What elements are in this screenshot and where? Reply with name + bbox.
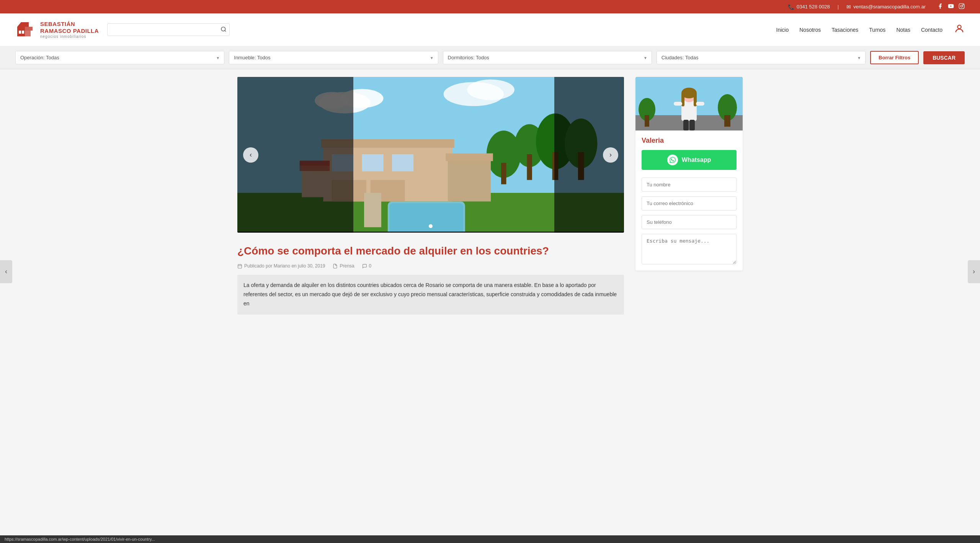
email-icon: ✉ — [846, 4, 851, 10]
instagram-icon[interactable] — [959, 3, 965, 10]
operacion-filter[interactable]: Operación: Todas — [15, 51, 224, 64]
phone-icon: 📞 — [788, 4, 794, 10]
agent-photo — [635, 77, 743, 130]
article-area: ‹ › ¿Cómo se comporta el mercado de alqu… — [237, 77, 624, 315]
svg-rect-60 — [689, 120, 695, 130]
search-filter-button[interactable]: BUSCAR — [923, 51, 965, 64]
svg-marker-4 — [17, 22, 29, 27]
svg-rect-0 — [959, 3, 964, 8]
youtube-icon[interactable] — [948, 3, 954, 10]
nav-nosotros[interactable]: Nosotros — [799, 27, 821, 33]
svg-line-10 — [225, 30, 226, 31]
contact-form — [642, 178, 737, 264]
slider-next-button[interactable]: › — [603, 147, 618, 163]
nav-notas[interactable]: Notas — [896, 27, 910, 33]
category-label: Prensa — [340, 263, 354, 269]
email-item: ✉ ventas@sramascopadilla.com.ar — [846, 4, 926, 10]
main-content: ‹ › ¿Cómo se comporta el mercado de alqu… — [222, 69, 758, 322]
search-bar[interactable] — [107, 23, 230, 36]
svg-rect-28 — [389, 203, 463, 232]
svg-rect-21 — [527, 154, 532, 180]
slider-dot-1[interactable] — [429, 224, 433, 228]
phone-item: 📞 0341 528 0028 — [788, 4, 830, 10]
slider-prev-button[interactable]: ‹ — [243, 147, 258, 163]
email-address: ventas@sramascopadilla.com.ar — [853, 4, 926, 10]
side-nav-left-arrow[interactable]: ‹ — [0, 260, 12, 283]
brand-name-line1: SEBASTIÁN — [40, 21, 99, 28]
svg-rect-19 — [501, 163, 506, 184]
form-email-input[interactable] — [642, 196, 737, 210]
form-phone-input[interactable] — [642, 215, 737, 229]
svg-rect-8 — [22, 31, 24, 34]
facebook-icon[interactable] — [937, 3, 943, 10]
logo-text: SEBASTIÁN RAMASCO PADILLA negocios inmob… — [40, 21, 99, 39]
svg-point-17 — [467, 80, 514, 100]
article-body: La oferta y demanda de alquiler en los d… — [237, 275, 624, 314]
property-slider: ‹ › — [237, 77, 624, 233]
svg-rect-40 — [446, 153, 493, 161]
svg-rect-49 — [645, 115, 649, 127]
svg-point-9 — [221, 27, 225, 31]
nav-inicio[interactable]: Inicio — [776, 27, 789, 33]
form-name-input[interactable] — [642, 178, 737, 192]
user-icon[interactable] — [954, 23, 965, 36]
article-text: La oferta y demanda de alquiler en los d… — [243, 281, 618, 308]
filter-bar: Operación: Todas Inmueble: Todos Dormito… — [0, 46, 980, 69]
brand-name-line2: RAMASCO PADILLA — [40, 28, 99, 34]
ciudades-select[interactable]: Ciudades: Todas — [657, 51, 866, 64]
svg-point-1 — [960, 5, 962, 7]
svg-rect-7 — [19, 31, 21, 34]
top-bar: 📞 0341 528 0028 | ✉ ventas@sramascopadil… — [0, 0, 980, 13]
agent-info: Valeria Whatsapp — [635, 130, 743, 271]
ciudades-filter[interactable]: Ciudades: Todas — [657, 51, 866, 64]
nav-tasaciones[interactable]: Tasaciones — [831, 27, 858, 33]
svg-marker-6 — [25, 27, 33, 31]
svg-rect-59 — [683, 120, 689, 130]
meta-comments: 0 — [362, 263, 372, 269]
article-meta: Publicado por Mariano en julio 30, 2019 … — [237, 263, 624, 269]
side-nav-right-arrow[interactable]: › — [968, 260, 980, 283]
svg-rect-42 — [238, 264, 242, 268]
nav-turnos[interactable]: Turnos — [869, 27, 885, 33]
whatsapp-button[interactable]: Whatsapp — [642, 150, 737, 170]
svg-rect-33 — [392, 154, 413, 171]
meta-category: Prensa — [333, 263, 354, 269]
divider: | — [838, 4, 839, 10]
slider-dots — [429, 224, 433, 228]
whatsapp-icon — [667, 155, 678, 165]
sidebar: Valeria Whatsapp — [635, 77, 743, 315]
logo-area: SEBASTIÁN RAMASCO PADILLA negocios inmob… — [15, 19, 100, 40]
svg-rect-58 — [696, 102, 704, 106]
svg-rect-41 — [364, 193, 381, 227]
inmueble-filter[interactable]: Inmueble: Todos — [229, 51, 438, 64]
main-nav: Inicio Nosotros Tasaciones Turnos Notas … — [776, 27, 942, 33]
svg-rect-57 — [674, 102, 682, 106]
svg-rect-5 — [25, 31, 31, 36]
nav-contacto[interactable]: Contacto — [921, 27, 942, 33]
publish-date: Publicado por Mariano en julio 30, 2019 — [244, 263, 325, 269]
svg-rect-32 — [362, 154, 383, 171]
meta-published: Publicado por Mariano en julio 30, 2019 — [237, 263, 325, 269]
brand-sub: negocios inmobiliarios — [40, 34, 99, 39]
article-title: ¿Cómo se comporta el mercado de alquiler… — [237, 244, 624, 258]
svg-rect-39 — [448, 158, 491, 201]
phone-number: 0341 528 0028 — [797, 4, 830, 10]
whatsapp-label: Whatsapp — [682, 157, 711, 163]
svg-point-2 — [963, 5, 963, 5]
search-button[interactable] — [220, 26, 227, 33]
inmueble-select[interactable]: Inmueble: Todos — [229, 51, 438, 64]
header: SEBASTIÁN RAMASCO PADILLA negocios inmob… — [0, 13, 980, 46]
comments-count: 0 — [369, 263, 372, 269]
social-icons — [937, 3, 965, 10]
agent-card: Valeria Whatsapp — [635, 77, 743, 271]
svg-rect-51 — [724, 115, 730, 127]
logo-icon — [15, 19, 36, 40]
form-message-input[interactable] — [642, 234, 737, 264]
dormitorios-filter[interactable]: Dormitorios: Todos — [443, 51, 652, 64]
clear-filters-button[interactable]: Borrar Filtros — [870, 51, 919, 64]
search-input[interactable] — [107, 23, 230, 36]
svg-point-11 — [957, 25, 961, 28]
agent-name: Valeria — [642, 137, 737, 145]
operacion-select[interactable]: Operación: Todas — [15, 51, 224, 64]
dormitorios-select[interactable]: Dormitorios: Todos — [443, 51, 652, 64]
